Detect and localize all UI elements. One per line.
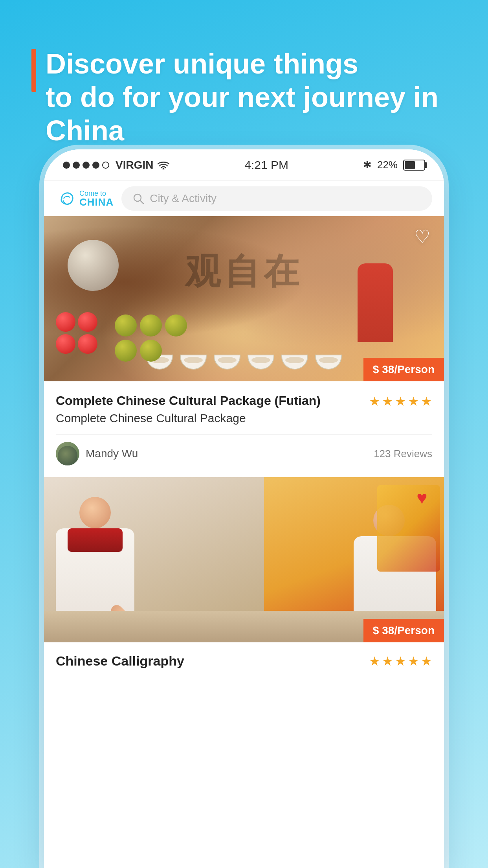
phone-mockup: VIRGIN 4:21 PM ✱ 22% Come xyxy=(44,149,444,868)
logo-china-text: CHINA xyxy=(79,197,114,207)
card-1-body: Complete Chinese Cultural Package (Futia… xyxy=(44,381,444,473)
card-1-stars: ★ ★ ★ ★ ★ xyxy=(369,394,432,409)
card-2-image-container: ♥ $ 38/Person xyxy=(44,477,444,642)
bowl-4 xyxy=(248,355,274,370)
person-arms xyxy=(342,263,413,350)
star-2: ★ xyxy=(382,394,393,409)
yg-fruit-4 xyxy=(115,340,137,362)
teacher-head xyxy=(79,497,111,528)
card-2-title-row: Chinese Calligraphy ★ ★ ★ ★ ★ xyxy=(56,653,432,669)
search-bar[interactable]: City & Activity xyxy=(121,186,432,211)
calligraphy-scene-image xyxy=(44,477,444,642)
guide-avatar xyxy=(56,442,79,465)
card-2-title: Chinese Calligraphy xyxy=(56,653,184,669)
battery-fill xyxy=(405,161,415,169)
heart-filled-icon: ♥ xyxy=(416,487,427,508)
bluetooth-icon: ✱ xyxy=(363,159,372,171)
signal-dot-4 xyxy=(92,162,99,169)
bowl-6 xyxy=(315,355,342,370)
avatar-image xyxy=(58,446,77,465)
card-1-reviews: 123 Reviews xyxy=(374,448,432,460)
c2-star-3: ★ xyxy=(395,654,406,669)
bowl-3 xyxy=(214,355,240,370)
card-1-favorite-button[interactable]: ♡ xyxy=(409,224,435,249)
card-1-footer: Mandy Wu 123 Reviews xyxy=(56,434,432,465)
status-left: VIRGIN xyxy=(63,159,170,171)
app-header: Come to CHINA City & Activity xyxy=(44,181,444,216)
hero-text-block: Discover unique things to do for your ne… xyxy=(31,47,457,147)
search-icon xyxy=(132,193,144,204)
logo-icon-svg xyxy=(56,189,79,208)
c2-star-2: ★ xyxy=(382,654,393,669)
search-placeholder-text: City & Activity xyxy=(150,192,216,205)
card-1-price-badge: $ 38/Person xyxy=(363,358,444,381)
star-3: ★ xyxy=(395,394,406,409)
yellow-fruits xyxy=(115,314,209,362)
status-bar: VIRGIN 4:21 PM ✱ 22% xyxy=(44,149,444,181)
red-scarf xyxy=(68,528,123,552)
c2-star-1: ★ xyxy=(369,654,380,669)
signal-dot-5 xyxy=(102,162,109,169)
heart-outline-icon: ♡ xyxy=(414,226,430,247)
logo-come-text: Come to xyxy=(79,190,114,197)
red-fruit-1 xyxy=(56,312,75,332)
star-1: ★ xyxy=(369,394,380,409)
hero-accent-bar xyxy=(31,49,36,92)
star-4: ★ xyxy=(408,394,419,409)
activity-card-2[interactable]: ♥ $ 38/Person Chinese Calligraphy ★ ★ ★ … xyxy=(44,477,444,677)
signal-dot-1 xyxy=(63,162,70,169)
battery-percent: 22% xyxy=(377,159,398,171)
star-5: ★ xyxy=(421,394,432,409)
signal-dot-3 xyxy=(83,162,90,169)
signal-dot-2 xyxy=(73,162,80,169)
signal-dots xyxy=(63,162,109,169)
c2-star-4: ★ xyxy=(408,654,419,669)
app-logo[interactable]: Come to CHINA xyxy=(56,189,114,208)
status-time: 4:21 PM xyxy=(244,158,288,172)
hero-title-line2: to do for your next journey in China xyxy=(46,81,438,146)
card-2-price-badge: $ 38/Person xyxy=(363,619,444,642)
yg-fruit-2 xyxy=(140,314,162,337)
card-1-title-block: Complete Chinese Cultural Package (Futia… xyxy=(56,392,321,425)
battery-icon xyxy=(403,160,425,171)
guide-name: Mandy Wu xyxy=(86,447,138,460)
logo-text: Come to CHINA xyxy=(79,190,114,207)
yg-fruit-1 xyxy=(115,314,137,337)
hero-title: Discover unique things to do for your ne… xyxy=(31,47,457,147)
card-2-body: Chinese Calligraphy ★ ★ ★ ★ ★ xyxy=(44,642,444,677)
card-2-favorite-button[interactable]: ♥ xyxy=(409,485,435,510)
bowl-5 xyxy=(281,355,308,370)
card-1-image-container: 观自在 xyxy=(44,216,444,381)
red-fruit-4 xyxy=(78,334,97,354)
content-area: 观自在 xyxy=(44,216,444,680)
card-1-subtitle: Complete Chinese Cultural Package xyxy=(56,412,321,425)
yg-fruit-3 xyxy=(165,314,187,337)
status-right: ✱ 22% xyxy=(363,159,425,171)
c2-star-5: ★ xyxy=(421,654,432,669)
card-1-title: Complete Chinese Cultural Package (Futia… xyxy=(56,392,321,409)
hero-title-line1: Discover unique things xyxy=(46,48,358,79)
red-fruit-2 xyxy=(78,312,97,332)
chinese-chars: 观自在 xyxy=(185,248,303,296)
yg-fruit-5 xyxy=(140,340,162,362)
svg-point-0 xyxy=(163,168,165,169)
svg-line-2 xyxy=(140,200,143,204)
card-1-title-row: Complete Chinese Cultural Package (Futia… xyxy=(56,392,432,425)
guide-info: Mandy Wu xyxy=(56,442,138,465)
carrier-text: VIRGIN xyxy=(116,159,153,171)
activity-card-1[interactable]: 观自在 xyxy=(44,216,444,473)
red-fruit-3 xyxy=(56,334,75,354)
teapot xyxy=(68,240,119,291)
card-2-stars: ★ ★ ★ ★ ★ xyxy=(369,654,432,669)
red-fruits xyxy=(56,312,119,354)
wifi-icon xyxy=(157,161,170,169)
tea-scene-image: 观自在 xyxy=(44,216,444,381)
